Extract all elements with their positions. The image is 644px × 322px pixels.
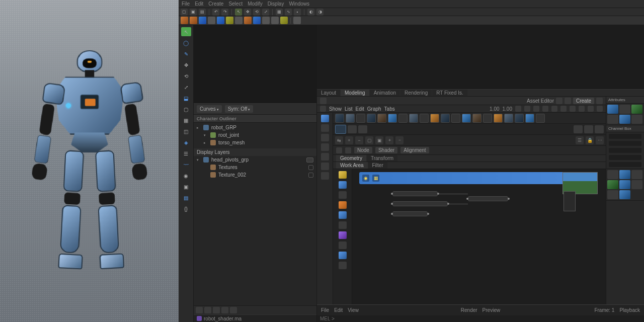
toolbox-graph-icon[interactable]: 〰 bbox=[181, 160, 191, 169]
menu-item[interactable]: Show bbox=[329, 106, 342, 112]
graph-layout-icon[interactable]: ☰ bbox=[576, 136, 584, 144]
clear-graph-icon[interactable] bbox=[542, 106, 548, 112]
secondary-viewport[interactable] bbox=[194, 25, 316, 104]
selection-bar[interactable]: ◉ ▦ bbox=[359, 172, 598, 184]
menu-item[interactable]: Create bbox=[208, 1, 223, 7]
script-indicator[interactable]: robot_shader.ma bbox=[194, 314, 316, 322]
utility-category-icon[interactable] bbox=[321, 143, 329, 151]
expand-icon[interactable]: ▾ bbox=[197, 158, 201, 162]
channel-field[interactable] bbox=[609, 134, 641, 139]
toolbox-last-icon[interactable]: ⬓ bbox=[181, 94, 191, 103]
shelf-camera-icon[interactable] bbox=[235, 17, 243, 24]
pin-icon[interactable] bbox=[579, 106, 585, 112]
layer-item[interactable]: ▾head_pivots_grp bbox=[194, 156, 316, 164]
timeline-menu[interactable]: Edit bbox=[334, 307, 343, 313]
close-icon[interactable] bbox=[596, 98, 603, 104]
material-swatch[interactable] bbox=[388, 114, 397, 123]
toolbox-outliner-icon[interactable]: ☰ bbox=[181, 149, 191, 158]
material-swatch[interactable] bbox=[515, 114, 524, 123]
toolbox-layout-single-icon[interactable]: ▢ bbox=[181, 105, 191, 114]
layer-visibility-toggle[interactable] bbox=[308, 165, 313, 170]
snap-curve-icon[interactable]: ∿ bbox=[285, 9, 292, 16]
attr-thumb[interactable] bbox=[631, 170, 642, 179]
shelf-skin-icon[interactable] bbox=[262, 17, 270, 24]
material-swatch[interactable] bbox=[377, 114, 386, 123]
frame-all-icon[interactable]: ▢ bbox=[365, 136, 373, 144]
material-category-icon[interactable] bbox=[321, 115, 329, 122]
toolbox-persp-icon[interactable]: ◈ bbox=[181, 138, 191, 147]
material-swatch[interactable] bbox=[494, 114, 503, 123]
material-swatch[interactable] bbox=[451, 114, 460, 123]
shelf-deform-icon[interactable] bbox=[271, 17, 279, 24]
material-swatch[interactable] bbox=[483, 114, 492, 123]
main-viewport[interactable] bbox=[317, 25, 644, 90]
env-node-icon[interactable] bbox=[339, 262, 347, 269]
channel-row[interactable] bbox=[607, 147, 643, 153]
timeline-menu[interactable]: View bbox=[348, 307, 359, 313]
value-field[interactable]: 1.00 bbox=[503, 106, 512, 112]
material-swatch[interactable] bbox=[398, 114, 408, 123]
toolbox-layout-four-icon[interactable]: ▦ bbox=[181, 116, 191, 125]
menu-item[interactable]: File bbox=[182, 1, 190, 7]
symmetry-dropdown[interactable]: Sym: Off bbox=[225, 105, 254, 113]
chip-button[interactable]: Shader bbox=[375, 147, 397, 153]
refresh-icon[interactable] bbox=[515, 106, 521, 112]
mode-dropdown[interactable]: Curves bbox=[197, 105, 222, 113]
shelf-paint-icon[interactable] bbox=[280, 17, 288, 24]
shading-group-icon[interactable] bbox=[321, 163, 329, 170]
bin-delete-icon[interactable] bbox=[358, 125, 367, 133]
attr-thumb[interactable] bbox=[631, 105, 642, 114]
workspace-tab[interactable]: Layout bbox=[317, 90, 340, 96]
swatch-preview-thumbnail[interactable] bbox=[564, 191, 576, 211]
shelf-joint-icon[interactable] bbox=[244, 17, 252, 24]
toolbox-script-icon[interactable]: {} bbox=[181, 204, 191, 213]
attr-thumb[interactable] bbox=[607, 105, 618, 114]
attr-thumb[interactable] bbox=[607, 180, 618, 189]
layer-visibility-toggle[interactable] bbox=[308, 173, 313, 178]
render-icon[interactable]: ◐ bbox=[307, 9, 314, 16]
graph-out-icon[interactable] bbox=[533, 106, 539, 112]
attr-thumb[interactable] bbox=[607, 170, 618, 179]
menu-item[interactable]: List bbox=[345, 106, 353, 112]
expand-icon[interactable]: ▸ bbox=[197, 126, 201, 130]
shader-node-icon[interactable] bbox=[339, 181, 347, 189]
graph-tab[interactable]: Geometry bbox=[336, 155, 366, 162]
toolbox-hypershade-icon[interactable]: ◉ bbox=[181, 171, 191, 180]
bin-options-icon[interactable] bbox=[595, 125, 604, 133]
attr-thumb[interactable] bbox=[607, 115, 618, 124]
open-scene-icon[interactable]: ▣ bbox=[190, 9, 197, 16]
attr-thumb[interactable] bbox=[619, 180, 630, 189]
select-tool-icon[interactable]: ↖ bbox=[235, 9, 242, 16]
show-connections-icon[interactable] bbox=[230, 307, 237, 313]
channel-field[interactable] bbox=[609, 162, 641, 167]
timeline-menu[interactable]: Render bbox=[461, 307, 477, 313]
attr-thumb[interactable] bbox=[607, 190, 618, 199]
zoom-in-icon[interactable]: ＋ bbox=[385, 136, 393, 144]
shader-node[interactable] bbox=[392, 191, 438, 196]
timeline-menu[interactable]: File bbox=[321, 307, 329, 313]
save-scene-icon[interactable]: ▤ bbox=[199, 9, 206, 16]
menu-item[interactable]: Edit bbox=[356, 106, 364, 112]
menu-item[interactable]: Graph bbox=[367, 106, 381, 112]
undo-icon[interactable]: ↶ bbox=[212, 9, 219, 16]
shader-node[interactable] bbox=[468, 196, 508, 201]
channel-row[interactable] bbox=[607, 140, 643, 146]
timeline[interactable]: File Edit View Render Preview Frame: 1 P… bbox=[317, 304, 644, 315]
toolbox-uv-icon[interactable]: ▤ bbox=[181, 193, 191, 202]
channel-row[interactable] bbox=[607, 154, 643, 160]
material-swatch[interactable] bbox=[367, 114, 376, 123]
layer-item[interactable]: Textures bbox=[194, 164, 316, 171]
layer-toggle[interactable] bbox=[306, 157, 313, 163]
menu-item[interactable]: Modify bbox=[248, 1, 262, 7]
attr-thumb[interactable] bbox=[631, 115, 642, 124]
material-swatch[interactable] bbox=[525, 114, 534, 123]
bookmark-icon[interactable] bbox=[556, 98, 562, 104]
show-dag-icon[interactable] bbox=[213, 307, 220, 313]
menu-item[interactable]: Windows bbox=[289, 1, 309, 7]
bake-set-icon[interactable] bbox=[321, 172, 329, 180]
toolbox-render-view-icon[interactable]: ▣ bbox=[181, 182, 191, 191]
timeline-menu[interactable]: Preview bbox=[482, 307, 501, 313]
value-field[interactable]: 1.00 bbox=[490, 106, 499, 112]
texture-node-icon[interactable] bbox=[339, 201, 347, 209]
material-swatch[interactable] bbox=[536, 114, 545, 123]
